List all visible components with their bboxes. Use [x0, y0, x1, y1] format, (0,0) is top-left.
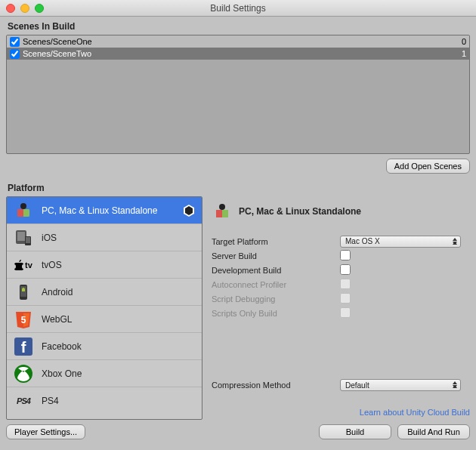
platform-item-label: PS4	[42, 396, 59, 406]
platform-item-label: tvOS	[42, 260, 62, 270]
svg-rect-7	[17, 232, 25, 241]
scene-checkbox[interactable]	[10, 37, 20, 47]
platform-list: PC, Mac & Linux Standalone iOS tv tvOS A…	[6, 196, 202, 420]
scene-row[interactable]: Scenes/SceneTwo 1	[7, 48, 469, 60]
target-platform-label: Target Platform	[212, 237, 340, 246]
standalone-icon	[212, 201, 233, 222]
autoconnect-label: Autoconnect Profiler	[212, 280, 340, 289]
autoconnect-checkbox	[340, 279, 351, 289]
platform-item-label: PC, Mac & Linux Standalone	[42, 205, 157, 216]
scene-index: 0	[462, 37, 466, 46]
standalone-icon	[13, 200, 34, 221]
scenes-list[interactable]: Scenes/SceneOne 0 Scenes/SceneTwo 1	[6, 35, 470, 154]
platform-heading: Platform	[0, 178, 476, 196]
scripts-only-checkbox	[340, 307, 351, 318]
server-build-label: Server Build	[212, 251, 340, 260]
svg-rect-19	[222, 210, 228, 217]
svg-text:5: 5	[21, 315, 26, 325]
scenes-heading: Scenes In Build	[0, 17, 476, 35]
platform-item-xbox[interactable]: Xbox One	[7, 360, 202, 387]
build-and-run-button[interactable]: Build And Run	[397, 424, 470, 439]
svg-point-16	[219, 204, 225, 210]
svg-text:f: f	[21, 339, 26, 356]
platform-item-ios[interactable]: iOS	[7, 224, 202, 251]
platform-item-tvos[interactable]: tv tvOS	[7, 251, 202, 279]
unity-icon	[182, 204, 196, 217]
compression-label: Compression Method	[212, 381, 340, 390]
svg-rect-2	[17, 209, 23, 217]
compression-select[interactable]: Default	[340, 379, 461, 391]
xbox-icon	[13, 363, 34, 384]
platform-item-webgl[interactable]: 5 WebGL	[7, 306, 202, 333]
ps4-icon: PS4	[13, 390, 34, 411]
tvos-icon: tv	[13, 254, 34, 276]
webgl-icon: 5	[13, 309, 34, 330]
server-build-checkbox[interactable]	[340, 250, 351, 260]
dev-build-checkbox[interactable]	[340, 264, 351, 275]
scene-index: 1	[462, 49, 466, 58]
player-settings-button[interactable]: Player Settings...	[6, 424, 85, 439]
scene-row[interactable]: Scenes/SceneOne 0	[7, 35, 469, 48]
footer: Player Settings... Build Build And Run	[0, 420, 476, 444]
build-button[interactable]: Build	[319, 424, 391, 439]
platform-item-label: iOS	[42, 233, 57, 243]
svg-rect-9	[26, 237, 30, 243]
platform-item-facebook[interactable]: f Facebook	[7, 333, 202, 360]
platform-details: PC, Mac & Linux Standalone Target Platfo…	[212, 196, 470, 420]
platform-item-label: Xbox One	[42, 368, 82, 379]
script-debug-label: Script Debugging	[212, 294, 340, 304]
window-title: Build Settings	[0, 3, 476, 14]
facebook-icon: f	[13, 336, 34, 357]
platform-item-android[interactable]: Android	[7, 279, 202, 306]
cloud-build-link[interactable]: Learn about Unity Cloud Build	[212, 405, 470, 420]
details-title: PC, Mac & Linux Standalone	[239, 206, 361, 217]
add-open-scenes-button[interactable]: Add Open Scenes	[386, 159, 470, 174]
platform-item-label: Facebook	[42, 341, 82, 352]
dev-build-label: Development Build	[212, 266, 340, 275]
target-platform-select[interactable]: Mac OS X	[340, 236, 461, 248]
svg-rect-3	[23, 209, 29, 217]
ios-icon	[13, 227, 34, 248]
scene-checkbox[interactable]	[10, 49, 20, 59]
scene-path: Scenes/SceneTwo	[23, 49, 91, 58]
platform-item-standalone[interactable]: PC, Mac & Linux Standalone	[7, 197, 202, 224]
script-debug-checkbox	[340, 293, 351, 304]
scene-path: Scenes/SceneOne	[23, 37, 92, 46]
platform-item-label: WebGL	[42, 314, 72, 325]
scripts-only-label: Scripts Only Build	[212, 309, 340, 318]
titlebar: Build Settings	[0, 0, 476, 17]
svg-rect-18	[216, 210, 222, 217]
platform-item-ps4[interactable]: PS4 PS4	[7, 387, 202, 415]
svg-point-0	[20, 203, 26, 209]
platform-item-label: Android	[42, 287, 73, 297]
android-icon	[13, 282, 34, 303]
